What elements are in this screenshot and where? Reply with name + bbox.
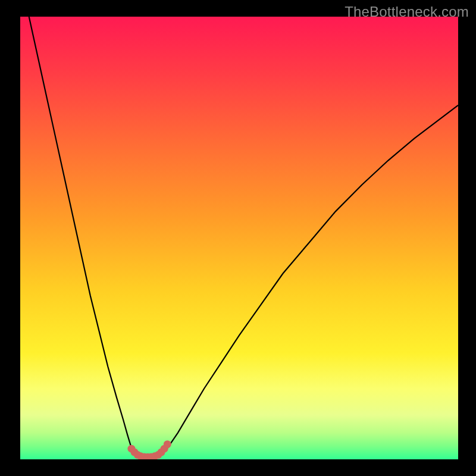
valley-markers — [127, 440, 171, 459]
valley-dot — [164, 440, 171, 448]
watermark-text: TheBottleneck.com — [345, 4, 469, 20]
chart-curves — [20, 17, 458, 459]
chart-frame — [20, 17, 458, 459]
curve-right-arm — [168, 105, 458, 447]
curve-left-arm — [29, 17, 133, 451]
